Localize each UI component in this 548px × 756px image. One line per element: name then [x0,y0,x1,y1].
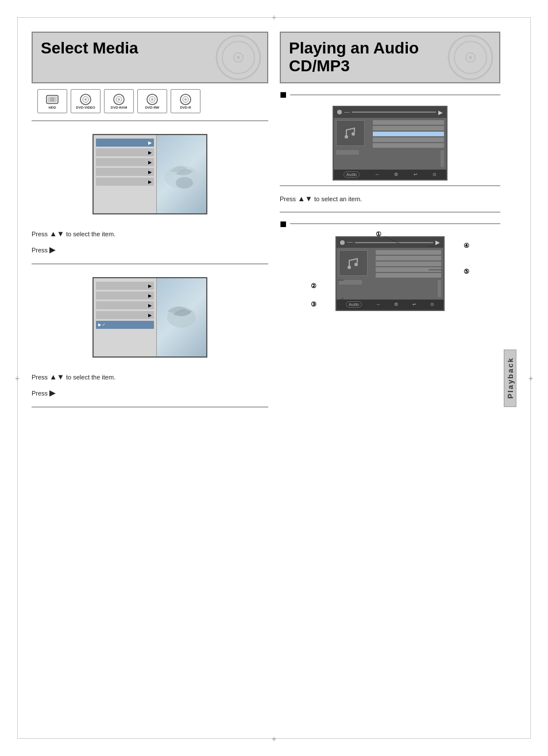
scrollbar [441,150,444,167]
track-4 [373,137,444,142]
screen-menu-left-2: ▶ ▶ ▶ ▶ ▶ ✓ [94,278,157,356]
dvd-r-svg [179,94,192,105]
track-3-selected [373,132,444,136]
track-2-5 [376,273,441,278]
playing-audio-title: Playing an AudioCD/MP3 [289,40,419,75]
ctrl-bar-2-1 [339,280,362,285]
main-container: Select Media HDD [32,32,516,724]
select-media-header: Select Media [32,32,268,83]
track-2-3 [376,262,441,266]
track-2-1 [376,250,441,255]
top-bar-line [352,112,436,113]
section1-marker: ■ [280,88,287,101]
audio-btn-back: ↩ [414,172,418,177]
menu-item-2: ▶ [96,148,154,156]
music-note-icon-2 [345,255,362,272]
menu-item-5: ▶ [96,178,154,186]
menu-item-1: ▶ [96,139,154,147]
svg-point-19 [184,98,187,101]
cross-left: + [10,373,24,384]
top-bar-text-2: ── [347,240,353,244]
top-bar-dot [337,110,342,114]
music-note-icon [342,124,359,141]
audio-left-panel [336,120,371,167]
audio-screen-inner-2: ── ▶ [337,237,443,310]
bird-image-2 [157,278,206,356]
audio-screen-inner-1: ── ▶ [334,107,446,179]
bird-image-1 [157,135,206,213]
cross-bottom: + [268,732,280,746]
dvd-ram-icon: DVD-RAM [104,89,134,113]
menu-item-2-1: ▶ [96,282,154,290]
svg-point-26 [469,56,472,59]
right-step-text: Press ▲▼ to select an item. [280,191,500,207]
step-1-arrow: Press ▶ [32,242,268,258]
callout-5: ⑤ [464,268,469,275]
svg-point-10 [84,98,87,101]
dvd-rw-icon: DVD-RW [137,89,167,113]
ctrl-bar-2-2 [339,286,362,290]
top-bar-text: ── [344,110,350,114]
menu-item-2-4: ▶ [96,311,154,319]
track-1 [373,120,444,125]
scroll-indicator [373,150,444,167]
track-5 [373,143,444,148]
audio-btn-settings-2: ⚙ [394,302,398,307]
section2-marker: ■ [280,217,287,231]
disc-watermark-right [447,34,493,80]
step-2-section: Press ▲▼ to select the item. Press ▶ [32,366,268,404]
screen-preview-right [157,135,206,213]
cross-right: + [524,373,538,384]
track-2 [373,126,444,131]
menu-item-2-5: ▶ ✓ [96,321,154,329]
bird-svg-2 [159,297,204,337]
audio-album-art-2 [339,250,368,276]
select-media-title: Select Media [41,40,138,57]
dvd-video-icon: DVD-VIDEO [71,89,101,113]
audio-btn-audio: Audio [344,171,360,178]
dvd-video-label: DVD-VIDEO [76,106,95,109]
callout-4: ④ [464,242,469,250]
dvd-r-label: DVD-R [180,106,191,109]
audio-left-panel-2 [339,250,373,297]
audio-btn-home: ⊙ [433,172,437,177]
right-column: Playing an AudioCD/MP3 ■ ── [280,32,516,724]
audio-btn-arrows: ↔ [375,172,379,177]
step-1-text: Press ▲▼ to select the item. [32,226,268,242]
divider-right-2 [280,212,500,213]
svg-point-34 [348,266,351,269]
svg-point-35 [354,263,358,266]
hdd-icon: HDD [37,89,67,113]
screen-menu-left: ▶ ▶ ▶ ▶ ▶ [94,135,157,213]
right-col-content: Playing an AudioCD/MP3 ■ ── [280,32,516,317]
track-2-2 [376,256,441,260]
menu-item-4: ▶ [96,168,154,176]
playback-tab: Playback [504,350,516,407]
svg-point-27 [345,135,348,139]
top-bar-dot-2 [340,240,345,245]
dvd-ram-label: DVD-RAM [111,106,127,109]
cross-top: + [268,10,280,24]
audio-album-art [336,120,365,146]
scroll-indicator-2 [376,280,441,297]
section1-divider [290,94,500,95]
audio-content-1 [334,118,446,170]
divider-1 [32,120,268,121]
audio-btn-audio-2: Audio [346,301,362,308]
dvd-r-icon: DVD-R [171,89,200,113]
dvd-rw-svg [145,94,159,105]
media-icons-row: HDD DVD-VIDEO DVD-RAM [32,83,268,118]
audio-content-2 [337,248,443,300]
divider-right-1 [280,185,500,186]
menu-item-2-3: ▶ [96,301,154,309]
audio-bottom-bar-2: Audio ↔ ⚙ ↩ ⊙ [337,300,443,309]
step-1-section: Press ▲▼ to select the item. Press ▶ [32,222,268,261]
top-bar-play-2: ▶ [435,239,440,245]
audio-ctrl-group [336,150,371,160]
svg-point-16 [151,98,153,101]
audio-btn-arrows-2: ↔ [376,302,380,307]
callout-3: ③ [311,301,317,308]
disc-watermark [215,34,261,80]
step-2-text: Press ▲▼ to select the item. [32,369,268,385]
ctrl-bar-2 [336,156,359,160]
